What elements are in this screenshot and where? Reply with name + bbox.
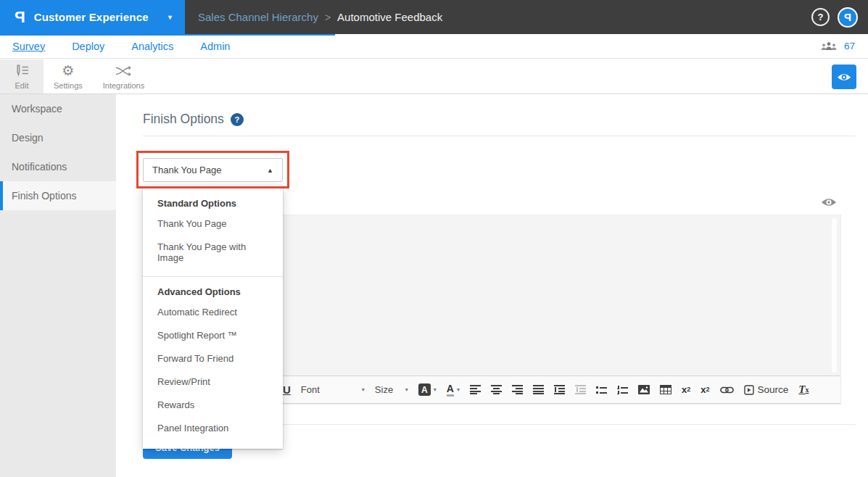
sidebar-item-notifications[interactable]: Notifications xyxy=(0,152,116,181)
finish-option-dropdown: Standard Options Thank You Page Thank Yo… xyxy=(143,186,283,449)
tab-settings-label: Settings xyxy=(54,81,83,90)
app-switcher[interactable]: P Customer Experience ▼ xyxy=(0,0,185,34)
link-icon xyxy=(720,386,734,394)
insert-image-button[interactable] xyxy=(638,385,650,394)
superscript-button[interactable]: x2 xyxy=(700,385,709,394)
increase-indent-button[interactable] xyxy=(554,385,565,394)
numbered-list-icon xyxy=(617,385,628,394)
collaborators-icon xyxy=(820,41,838,51)
top-bar: P Customer Experience ▼ Sales Channel Hi… xyxy=(0,0,868,34)
dropdown-group-header: Standard Options xyxy=(143,188,283,212)
nav-item-deploy[interactable]: Deploy xyxy=(72,41,104,52)
questionpro-logo-icon: P xyxy=(15,8,25,27)
font-name-label: Font xyxy=(301,384,320,395)
subscript-button[interactable]: x2 xyxy=(682,385,690,394)
align-right-button[interactable] xyxy=(512,385,523,394)
breadcrumb: Sales Channel Hierarchy > Automotive Fee… xyxy=(185,0,442,34)
page-title: Finish Options xyxy=(143,112,224,127)
divider xyxy=(143,136,856,136)
ribbon-toolbar: Edit ⚙ Settings Integrations xyxy=(0,59,868,94)
subscript-icon: x xyxy=(682,385,687,394)
dropdown-option-review-print[interactable]: Review/Print xyxy=(143,370,283,394)
source-button[interactable]: Source xyxy=(744,384,789,395)
main-content: Finish Options ? Thank You Page ▲ U Font… xyxy=(116,94,868,477)
finish-option-select[interactable]: Thank You Page ▲ xyxy=(143,158,283,182)
dropdown-option-thank-you-page-with-image[interactable]: Thank You Page with Image xyxy=(143,236,283,270)
chevron-down-icon: ▾ xyxy=(434,386,437,393)
justify-button[interactable] xyxy=(533,385,544,394)
integrations-shuffle-icon xyxy=(115,64,132,78)
source-icon xyxy=(744,385,754,395)
bulleted-list-button[interactable] xyxy=(596,385,607,394)
chevron-up-icon: ▲ xyxy=(267,167,273,174)
dropdown-group-header: Advanced Options xyxy=(143,277,283,301)
background-color-icon: A xyxy=(418,383,431,396)
dropdown-option-forward-to-friend[interactable]: Forward To Friend xyxy=(143,347,283,370)
tab-settings[interactable]: ⚙ Settings xyxy=(44,59,93,94)
dropdown-option-rewards[interactable]: Rewards xyxy=(143,394,283,417)
align-left-icon xyxy=(470,385,481,394)
breadcrumb-separator: > xyxy=(325,12,331,23)
background-color-button[interactable]: A ▾ xyxy=(418,383,437,396)
dropdown-option-thank-you-page[interactable]: Thank You Page xyxy=(143,212,283,236)
response-count[interactable]: 67 xyxy=(844,41,855,51)
justify-icon xyxy=(533,385,544,394)
underline-button[interactable]: U xyxy=(283,383,291,396)
dropdown-option-panel-integration[interactable]: Panel Integration xyxy=(143,417,283,440)
image-icon xyxy=(638,385,650,394)
breadcrumb-current: Automotive Feedback xyxy=(337,11,442,23)
align-left-button[interactable] xyxy=(470,385,481,394)
source-label: Source xyxy=(758,384,789,395)
nav-item-admin[interactable]: Admin xyxy=(200,41,230,52)
finish-option-select-value: Thank You Page xyxy=(152,165,221,175)
preview-survey-button[interactable] xyxy=(832,65,856,89)
tab-integrations[interactable]: Integrations xyxy=(93,59,154,94)
superscript-icon: x xyxy=(700,385,706,394)
insert-link-button[interactable] xyxy=(720,386,734,394)
sidebar-item-design[interactable]: Design xyxy=(0,123,116,152)
insert-table-button[interactable] xyxy=(660,385,671,394)
font-size-select[interactable]: Size ▾ xyxy=(375,384,408,395)
chevron-down-icon: ▾ xyxy=(362,386,365,393)
tab-integrations-label: Integrations xyxy=(103,81,144,90)
bulleted-list-icon xyxy=(596,385,607,394)
numbered-list-button[interactable] xyxy=(617,385,628,394)
tab-edit[interactable]: Edit xyxy=(0,59,44,94)
subscript-digit: 2 xyxy=(687,386,690,393)
font-size-label: Size xyxy=(375,384,393,395)
sidebar-item-finish-options[interactable]: Finish Options xyxy=(0,181,116,210)
chevron-down-icon: ▼ xyxy=(167,14,173,21)
nav-item-survey[interactable]: Survey xyxy=(12,41,45,52)
account-logo-icon[interactable]: P xyxy=(838,7,858,28)
edit-pencil-icon xyxy=(15,64,30,78)
chevron-down-icon: ▾ xyxy=(457,386,460,393)
app-switcher-label: Customer Experience xyxy=(34,11,149,23)
align-center-icon xyxy=(491,385,502,394)
text-color-button[interactable]: A ▾ xyxy=(447,383,460,397)
increase-indent-icon xyxy=(554,385,565,394)
settings-sidebar: Workspace Design Notifications Finish Op… xyxy=(0,94,116,477)
dropdown-option-automatic-redirect[interactable]: Automatic Redirect xyxy=(143,301,283,324)
dropdown-option-spotlight-report[interactable]: Spotlight Report ™ xyxy=(143,324,283,347)
gear-icon: ⚙ xyxy=(62,64,74,78)
remove-format-sub: x xyxy=(805,386,809,394)
accent-bar xyxy=(0,34,335,36)
nav-item-analytics[interactable]: Analytics xyxy=(131,41,173,52)
decrease-indent-button xyxy=(575,385,586,394)
align-center-button[interactable] xyxy=(491,385,502,394)
tab-edit-label: Edit xyxy=(15,81,29,90)
remove-format-button[interactable]: Tx xyxy=(798,383,809,396)
eye-icon xyxy=(837,72,851,82)
sidebar-item-workspace[interactable]: Workspace xyxy=(0,94,116,123)
editor-preview-eye-icon[interactable] xyxy=(821,197,837,210)
align-right-icon xyxy=(512,385,523,394)
breadcrumb-parent[interactable]: Sales Channel Hierarchy xyxy=(198,11,318,23)
decrease-indent-icon xyxy=(575,385,586,394)
finish-options-help-icon[interactable]: ? xyxy=(231,113,244,126)
help-icon[interactable]: ? xyxy=(811,8,830,26)
font-name-select[interactable]: Font ▾ xyxy=(301,384,365,395)
text-color-icon: A xyxy=(447,383,454,397)
superscript-digit: 2 xyxy=(706,386,709,393)
editor-scrollbar[interactable] xyxy=(832,218,837,373)
product-nav: Survey Deploy Analytics Admin 67 xyxy=(0,34,868,59)
